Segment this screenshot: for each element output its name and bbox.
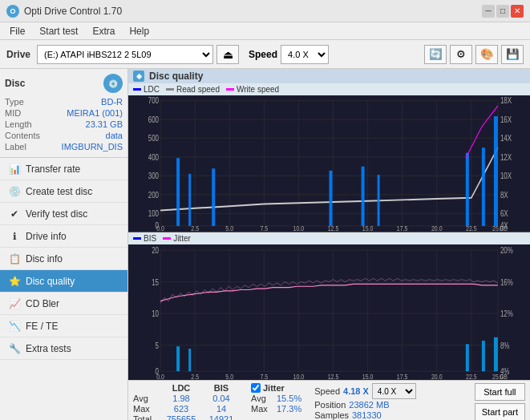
speed-select[interactable]: 4.0 X — [281, 45, 329, 64]
sidebar: Disc 💿 Type BD-R MID MEIRA1 (001) Length… — [0, 69, 128, 420]
minimize-button[interactable]: ─ — [482, 5, 495, 18]
stats-bar: LDC BIS Avg 1.98 0.04 Max 623 14 Total 7… — [128, 380, 530, 420]
svg-rect-48 — [176, 158, 180, 226]
disc-quality-icon: ⭐ — [8, 275, 21, 288]
write-speed-dot — [226, 88, 234, 91]
dq-header-icon: ◈ — [133, 71, 144, 82]
verify-test-icon: ✔ — [8, 208, 21, 220]
speed-label-stat: Speed — [314, 386, 340, 396]
svg-text:700: 700 — [148, 96, 159, 105]
close-button[interactable]: ✕ — [511, 5, 524, 18]
svg-text:14X: 14X — [500, 134, 512, 143]
svg-text:10.0: 10.0 — [293, 225, 305, 232]
menu-extra[interactable]: Extra — [86, 24, 121, 38]
jitter-legend: Jitter — [163, 234, 191, 243]
svg-text:100: 100 — [148, 209, 159, 218]
jitter-max-row: Max 17.3% — [251, 404, 301, 414]
speed-dropdown[interactable]: 4.0 X — [372, 383, 416, 399]
fe-te-icon: 📉 — [8, 320, 21, 333]
eject-button[interactable]: ⏏ — [216, 45, 239, 64]
menu-file[interactable]: File — [3, 24, 31, 38]
menu-help[interactable]: Help — [123, 24, 156, 38]
settings-button[interactable]: ⚙ — [450, 45, 472, 64]
svg-text:10X: 10X — [500, 172, 512, 180]
svg-text:7.5: 7.5 — [260, 371, 268, 380]
svg-text:6X: 6X — [500, 209, 508, 218]
svg-text:15.0: 15.0 — [362, 371, 374, 380]
jitter-checkbox[interactable] — [251, 383, 261, 393]
max-bis: 14 — [201, 404, 241, 414]
maximize-button[interactable]: □ — [496, 5, 509, 18]
sidebar-item-cd-bler[interactable]: 📈 CD Bler — [0, 293, 127, 315]
disc-title: Disc — [5, 78, 25, 89]
chart2-container: BIS Jitter — [128, 232, 530, 381]
svg-text:0.0: 0.0 — [156, 371, 164, 380]
title-bar: O Opti Drive Control 1.70 ─ □ ✕ — [0, 0, 530, 22]
content-area: ◈ Disc quality LDC Read speed — [128, 69, 530, 420]
svg-rect-50 — [212, 168, 215, 226]
chart2-legend: BIS Jitter — [128, 232, 530, 244]
palette-button[interactable]: 🎨 — [475, 45, 498, 64]
disc-label-row: Label IMGBURN_DIS — [5, 141, 123, 152]
sidebar-item-disc-quality[interactable]: ⭐ Disc quality — [0, 270, 127, 293]
jitter-label: Jitter — [263, 383, 285, 393]
svg-text:12.5: 12.5 — [328, 371, 339, 380]
svg-text:7.5: 7.5 — [260, 225, 268, 232]
chart1-body: 700 600 500 400 300 200 100 0 18X 1 — [128, 95, 530, 232]
bis-legend: BIS — [133, 234, 156, 243]
sidebar-item-drive-info[interactable]: ℹ Drive info — [0, 225, 127, 248]
svg-text:20.0: 20.0 — [431, 225, 443, 232]
svg-text:17.5: 17.5 — [397, 225, 408, 232]
sidebar-item-transfer-rate[interactable]: 📊 Transfer rate — [0, 158, 127, 180]
disc-contents-row: Contents data — [5, 130, 123, 141]
samples-label: Samples — [314, 410, 349, 420]
svg-text:17.5: 17.5 — [397, 371, 408, 380]
svg-rect-100 — [494, 337, 498, 370]
svg-text:12X: 12X — [500, 153, 512, 162]
sidebar-item-create-test[interactable]: 💿 Create test disc — [0, 180, 127, 203]
bis-legend-dot — [133, 237, 141, 240]
svg-rect-56 — [494, 116, 498, 226]
disc-mid-row: MID MEIRA1 (001) — [5, 107, 123, 119]
svg-text:200: 200 — [148, 191, 159, 200]
ldc-legend-dot — [133, 88, 141, 91]
disc-length-row: Length 23.31 GB — [5, 119, 123, 130]
avg-row: Avg 1.98 0.04 — [133, 394, 241, 403]
menu-bar: File Start test Extra Help — [0, 22, 530, 40]
drive-select[interactable]: (E:) ATAPI iHBS212 2 5L09 — [37, 45, 213, 64]
chart1-container: LDC Read speed Write speed — [128, 83, 530, 232]
read-speed-dot — [166, 88, 174, 91]
menu-start-test[interactable]: Start test — [33, 24, 84, 38]
drive-info-icon: ℹ — [8, 230, 21, 243]
svg-text:0.0: 0.0 — [156, 225, 164, 232]
cd-bler-icon: 📈 — [8, 297, 21, 310]
total-row: Total 755655 14921 — [133, 414, 241, 420]
jitter-avg-row: Avg 15.5% — [251, 394, 301, 403]
svg-rect-55 — [482, 147, 485, 226]
chart1-svg: 700 600 500 400 300 200 100 0 18X 1 — [128, 95, 530, 232]
ldc-legend: LDC — [133, 85, 160, 94]
svg-text:600: 600 — [148, 115, 159, 124]
svg-text:GB: GB — [500, 225, 508, 232]
chart2-svg: 20 15 10 5 0 20% 16% 12% 8% 4% — [128, 244, 530, 381]
total-bis: 14921 — [201, 414, 241, 420]
chart2-body: 20 15 10 5 0 20% 16% 12% 8% 4% — [128, 244, 530, 381]
sidebar-item-fe-te[interactable]: 📉 FE / TE — [0, 315, 127, 337]
ldc-bis-stats: LDC BIS Avg 1.98 0.04 Max 623 14 Total 7… — [133, 383, 241, 420]
samples-value: 381330 — [352, 410, 382, 420]
svg-text:300: 300 — [148, 172, 159, 180]
sidebar-item-disc-info[interactable]: 📋 Disc info — [0, 248, 127, 270]
sidebar-nav: 📊 Transfer rate 💿 Create test disc ✔ Ver… — [0, 158, 127, 420]
save-button[interactable]: 💾 — [501, 45, 524, 64]
sidebar-item-extra-tests[interactable]: 🔧 Extra tests — [0, 337, 127, 360]
refresh-button[interactable]: 🔄 — [424, 45, 447, 64]
start-part-button[interactable]: Start part — [475, 403, 525, 420]
svg-text:GB: GB — [500, 371, 508, 380]
jitter-checkbox-row: Jitter — [251, 383, 301, 393]
drive-label: Drive — [6, 49, 30, 60]
start-full-button[interactable]: Start full — [475, 383, 525, 401]
action-buttons: Start full Start part — [475, 383, 525, 420]
sidebar-item-verify-test[interactable]: ✔ Verify test disc — [0, 203, 127, 225]
svg-rect-96 — [176, 346, 180, 371]
toolbar: Drive (E:) ATAPI iHBS212 2 5L09 ⏏ Speed … — [0, 40, 530, 69]
